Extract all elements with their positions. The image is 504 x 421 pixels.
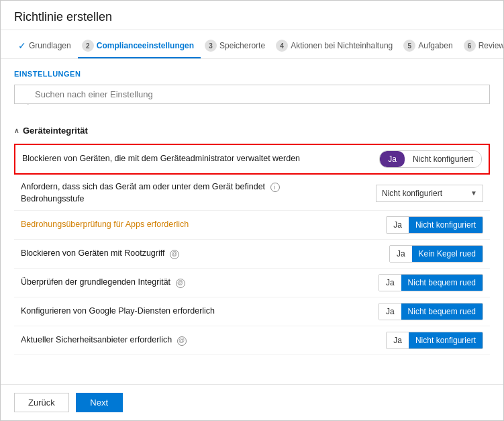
btn-nicht-6[interactable]: Nicht konfiguriert	[409, 332, 483, 348]
setting-row-integritaet: Überprüfen der grundlegenden Integrität …	[14, 269, 490, 297]
back-button[interactable]: Zurück	[14, 393, 69, 412]
btn-ja-3[interactable]: Ja	[390, 246, 412, 262]
search-wrapper	[14, 85, 490, 115]
info-icon-6[interactable]: @	[177, 336, 187, 346]
tab-aufgaben-label: Aufgaben	[418, 41, 452, 50]
setting-label-3: Blockieren von Geräten mit Rootzugriff @	[21, 248, 389, 260]
tab-aufgaben-number: 5	[403, 40, 415, 52]
group-header[interactable]: ∧ Geräteintegrität	[14, 126, 490, 136]
setting-control-5: Ja Nicht bequem rued	[379, 303, 483, 320]
dropdown-value-0: Nicht konfiguriert	[382, 189, 442, 198]
tab-speicherorte-number: 3	[205, 40, 217, 52]
info-icon-1[interactable]: i	[270, 183, 280, 192]
tab-compliance[interactable]: 2 Complianceeinstellungen	[78, 36, 201, 58]
main-window: Richtlinie erstellen ✓ Grundlagen 2 Comp…	[0, 0, 504, 421]
setting-row-root: Blockieren von Geräten mit Rootzugriff @…	[14, 240, 490, 269]
btn-nicht-2[interactable]: Nicht konfiguriert	[409, 217, 483, 233]
tab-speicherorte[interactable]: 3 Speicherorte	[201, 36, 272, 58]
tab-speicherorte-label: Speicherorte	[219, 41, 265, 50]
tab-compliance-number: 2	[82, 40, 94, 52]
toggle-nicht-0[interactable]: Nicht konfiguriert	[405, 151, 481, 167]
toggle-ja-0[interactable]: Ja	[380, 151, 405, 167]
setting-label-0: Blockieren von Geräten, die mit dem Gerä…	[22, 153, 379, 165]
tab-aktionen-number: 4	[276, 40, 288, 52]
setting-control-0: Ja Nicht konfiguriert	[379, 150, 482, 168]
setting-label-6: Aktueller Sicherheitsanbieter erforderli…	[21, 334, 386, 346]
setting-control-2: Ja Nicht konfiguriert	[386, 216, 483, 234]
btn-nicht-4[interactable]: Nicht bequem rued	[401, 275, 483, 291]
setting-row-sicherheit: Aktueller Sicherheitsanbieter erforderli…	[14, 326, 490, 355]
setting-label-4: Überprüfen der grundlegenden Integrität …	[21, 277, 379, 289]
btn-group-2: Ja Nicht konfiguriert	[386, 216, 483, 234]
tab-aufgaben[interactable]: 5 Aufgaben	[399, 36, 459, 58]
check-icon: ✓	[18, 40, 26, 51]
tab-review-number: 6	[464, 40, 476, 52]
setting-row-bedrohung: Bedrohungsüberprüfung für Apps erforderl…	[14, 211, 490, 240]
setting-control-4: Ja Nicht bequem rued	[379, 274, 483, 291]
btn-group-5: Ja Nicht bequem rued	[379, 303, 483, 320]
toggle-group-0[interactable]: Ja Nicht konfiguriert	[379, 150, 482, 168]
setting-label-1: Anfordern, dass sich das Gerät am oder u…	[21, 181, 376, 205]
tab-grundlagen[interactable]: ✓ Grundlagen	[14, 36, 78, 58]
page-title: Richtlinie erstellen	[1, 1, 503, 30]
tab-aktionen-label: Aktionen bei Nichteinhaltung	[291, 41, 393, 50]
setting-control-3: Ja Kein Kegel rued	[389, 245, 483, 263]
tab-compliance-label: Complianceeinstellungen	[97, 41, 194, 50]
btn-ja-5[interactable]: Ja	[379, 303, 401, 320]
tab-review-label: Review	[478, 41, 503, 50]
search-input[interactable]	[14, 85, 490, 104]
btn-ja-4[interactable]: Ja	[379, 275, 401, 291]
tab-grundlagen-label: Grundlagen	[29, 41, 71, 50]
group-label: Geräteintegrität	[23, 126, 88, 136]
settings-list: Blockieren von Geräten, die mit dem Gerä…	[14, 142, 490, 355]
section-title: EINSTELLUNGEN	[14, 70, 490, 78]
info-icon-4[interactable]: @	[176, 279, 185, 288]
btn-nicht-3[interactable]: Kein Kegel rued	[412, 246, 483, 262]
tab-aktionen[interactable]: 4 Aktionen bei Nichteinhaltung	[272, 36, 399, 58]
info-icon-3[interactable]: @	[170, 250, 179, 259]
wizard-tabs: ✓ Grundlagen 2 Complianceeinstellungen 3…	[1, 30, 503, 59]
setting-control-1: Nicht konfiguriert ▼	[376, 185, 483, 202]
setting-row-google: Konfigurieren von Google Play-Diensten e…	[14, 297, 490, 326]
setting-row-blockieren-geraeteadmin: Blockieren von Geräten, die mit dem Gerä…	[14, 144, 490, 175]
tab-review[interactable]: 6 Review	[460, 36, 503, 58]
setting-label-5: Konfigurieren von Google Play-Diensten e…	[21, 306, 379, 318]
next-button[interactable]: Next	[76, 393, 123, 412]
btn-ja-6[interactable]: Ja	[387, 332, 409, 348]
content-area: EINSTELLUNGEN ∧ Geräteintegrität Blockie…	[1, 59, 503, 384]
btn-group-3: Ja Kein Kegel rued	[389, 245, 483, 263]
btn-group-6: Ja Nicht konfiguriert	[386, 332, 483, 349]
setting-label-2: Bedrohungsüberprüfung für Apps erforderl…	[21, 219, 386, 231]
btn-group-4: Ja Nicht bequem rued	[379, 274, 483, 291]
btn-ja-2[interactable]: Ja	[387, 217, 409, 233]
dropdown-arrow-icon: ▼	[470, 189, 477, 197]
chevron-up-icon: ∧	[14, 127, 19, 134]
footer: Zurück Next	[1, 384, 503, 420]
setting-row-anfordern: Anfordern, dass sich das Gerät am oder u…	[14, 176, 490, 211]
setting-control-6: Ja Nicht konfiguriert	[386, 332, 483, 349]
btn-nicht-5[interactable]: Nicht bequem rued	[401, 303, 483, 320]
dropdown-0[interactable]: Nicht konfiguriert ▼	[376, 185, 483, 202]
